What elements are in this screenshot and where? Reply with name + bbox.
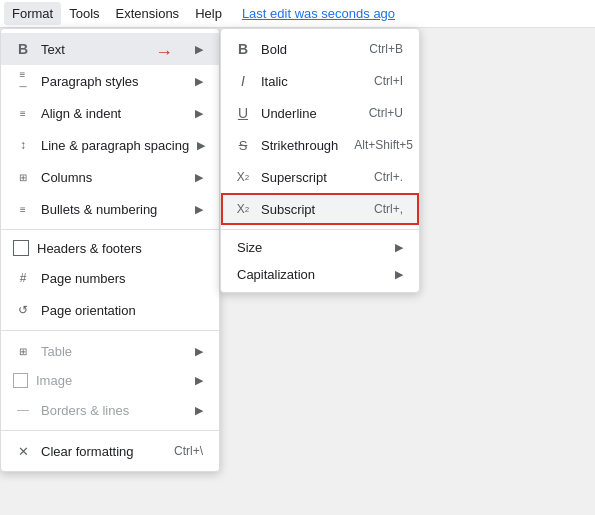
capitalization-label: Capitalization (237, 267, 387, 282)
superscript-icon: X2 (233, 167, 253, 187)
menu-item-underline[interactable]: U Underline Ctrl+U (221, 97, 419, 129)
bullets-icon: ≡ (13, 199, 33, 219)
menu-item-table: ⊞ Table ▶ (1, 335, 219, 367)
underline-icon: U (233, 103, 253, 123)
last-edit-status[interactable]: Last edit was seconds ago (242, 6, 395, 21)
table-icon: ⊞ (13, 341, 33, 361)
bold-label: Bold (261, 42, 353, 57)
columns-label: Columns (41, 170, 187, 185)
underline-shortcut: Ctrl+U (369, 106, 403, 120)
page-numbers-label: Page numbers (41, 271, 203, 286)
bullets-label: Bullets & numbering (41, 202, 187, 217)
bold-shortcut: Ctrl+B (369, 42, 403, 56)
page-numbers-icon: # (13, 268, 33, 288)
table-arrow: ▶ (195, 345, 203, 358)
page-orientation-icon: ↺ (13, 300, 33, 320)
separator-1 (1, 229, 219, 230)
extensions-label: Extensions (116, 6, 180, 21)
menu-item-page-orientation[interactable]: ↺ Page orientation (1, 294, 219, 326)
line-spacing-icon: ↕ (13, 135, 33, 155)
subscript-label: Subscript (261, 202, 358, 217)
text-submenu: B Bold Ctrl+B I Italic Ctrl+I U Underlin… (220, 28, 420, 293)
menu-item-page-numbers[interactable]: # Page numbers (1, 262, 219, 294)
clear-formatting-icon: ✕ (13, 441, 33, 461)
italic-label: Italic (261, 74, 358, 89)
underline-label: Underline (261, 106, 353, 121)
menu-item-subscript[interactable]: X2 Subscript Ctrl+, (221, 193, 419, 225)
strikethrough-label: Strikethrough (261, 138, 338, 153)
page-orientation-label: Page orientation (41, 303, 203, 318)
line-spacing-arrow: ▶ (197, 139, 205, 152)
menu-item-columns[interactable]: ⊞ Columns ▶ (1, 161, 219, 193)
strikethrough-icon: S (233, 135, 253, 155)
align-indent-icon: ≡ (13, 103, 33, 123)
menu-item-clear-formatting[interactable]: ✕ Clear formatting Ctrl+\ (1, 435, 219, 467)
menu-help[interactable]: Help (187, 2, 230, 25)
paragraph-styles-label: Paragraph styles (41, 74, 187, 89)
subscript-shortcut: Ctrl+, (374, 202, 403, 216)
image-icon (13, 373, 28, 388)
tools-label: Tools (69, 6, 99, 21)
menu-item-borders-lines: — Borders & lines ▶ (1, 394, 219, 426)
menu-bar: Format Tools Extensions Help Last edit w… (0, 0, 595, 28)
menu-item-bold[interactable]: B Bold Ctrl+B (221, 33, 419, 65)
columns-icon: ⊞ (13, 167, 33, 187)
menu-item-text[interactable]: B Text ▶ (1, 33, 219, 65)
menu-item-paragraph-styles[interactable]: ≡─ Paragraph styles ▶ (1, 65, 219, 97)
capitalization-arrow: ▶ (395, 268, 403, 281)
borders-lines-label: Borders & lines (41, 403, 187, 418)
superscript-label: Superscript (261, 170, 358, 185)
strikethrough-shortcut: Alt+Shift+5 (354, 138, 413, 152)
line-spacing-label: Line & paragraph spacing (41, 138, 189, 153)
red-arrow-indicator: → (155, 42, 173, 63)
text-separator-1 (221, 229, 419, 230)
paragraph-styles-icon: ≡─ (13, 71, 33, 91)
size-arrow: ▶ (395, 241, 403, 254)
separator-3 (1, 430, 219, 431)
align-indent-label: Align & indent (41, 106, 187, 121)
bullets-arrow: ▶ (195, 203, 203, 216)
clear-formatting-label: Clear formatting (41, 444, 158, 459)
italic-icon: I (233, 71, 253, 91)
menu-item-superscript[interactable]: X2 Superscript Ctrl+. (221, 161, 419, 193)
headers-footers-icon (13, 240, 29, 256)
menu-tools[interactable]: Tools (61, 2, 107, 25)
separator-2 (1, 330, 219, 331)
superscript-shortcut: Ctrl+. (374, 170, 403, 184)
format-label: Format (12, 6, 53, 21)
size-label: Size (237, 240, 387, 255)
menu-format[interactable]: Format (4, 2, 61, 25)
bold-icon: B (233, 39, 253, 59)
format-dropdown: B Text ▶ ≡─ Paragraph styles ▶ ≡ Align &… (0, 28, 220, 472)
subscript-icon: X2 (233, 199, 253, 219)
menu-item-headers-footers[interactable]: Headers & footers (1, 234, 219, 262)
italic-shortcut: Ctrl+I (374, 74, 403, 88)
paragraph-styles-arrow: ▶ (195, 75, 203, 88)
text-arrow-icon: ▶ (195, 43, 203, 56)
columns-arrow: ▶ (195, 171, 203, 184)
borders-lines-arrow: ▶ (195, 404, 203, 417)
image-arrow: ▶ (195, 374, 203, 387)
help-label: Help (195, 6, 222, 21)
menu-item-bullets[interactable]: ≡ Bullets & numbering ▶ (1, 193, 219, 225)
menu-item-size[interactable]: Size ▶ (221, 234, 419, 261)
menu-item-align-indent[interactable]: ≡ Align & indent ▶ (1, 97, 219, 129)
menu-item-strikethrough[interactable]: S Strikethrough Alt+Shift+5 (221, 129, 419, 161)
menu-item-line-spacing[interactable]: ↕ Line & paragraph spacing ▶ (1, 129, 219, 161)
menu-item-italic[interactable]: I Italic Ctrl+I (221, 65, 419, 97)
table-label: Table (41, 344, 187, 359)
menu-item-capitalization[interactable]: Capitalization ▶ (221, 261, 419, 288)
align-indent-arrow: ▶ (195, 107, 203, 120)
clear-formatting-shortcut: Ctrl+\ (174, 444, 203, 458)
text-bold-icon: B (13, 39, 33, 59)
borders-lines-icon: — (13, 400, 33, 420)
headers-footers-label: Headers & footers (37, 241, 203, 256)
image-label: Image (36, 373, 187, 388)
menu-item-image: Image ▶ (1, 367, 219, 394)
menu-extensions[interactable]: Extensions (108, 2, 188, 25)
